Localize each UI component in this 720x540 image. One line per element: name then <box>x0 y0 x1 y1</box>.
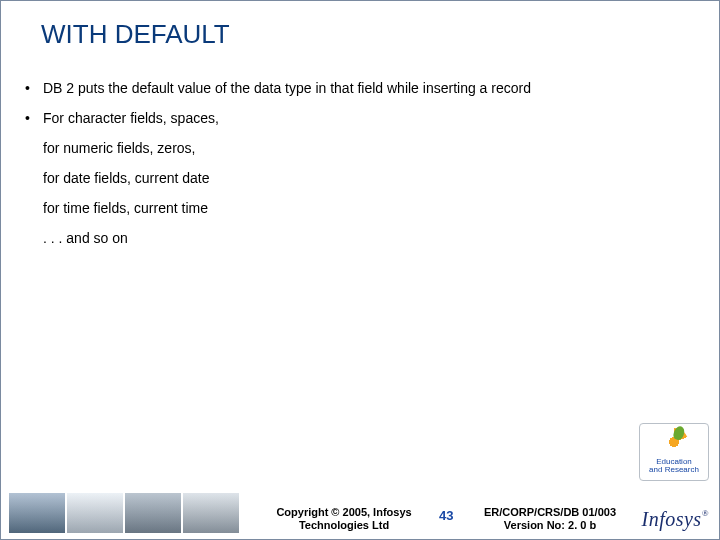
bullet-item: • For character fields, spaces, <box>25 110 695 126</box>
docref-line: ER/CORP/CRS/DB 01/003 <box>475 506 625 520</box>
copyright-line: Copyright © 2005, Infosys <box>259 506 429 520</box>
body-line: for numeric fields, zeros, <box>43 140 695 156</box>
bullet-marker: • <box>25 80 43 96</box>
slide-title: WITH DEFAULT <box>1 1 719 50</box>
decorative-photo <box>183 493 239 533</box>
body-line: for date fields, current date <box>43 170 695 186</box>
decorative-photo <box>125 493 181 533</box>
infosys-logo: Infosys® <box>641 508 709 531</box>
bullet-text: DB 2 puts the default value of the data … <box>43 80 695 96</box>
docref-line: Version No: 2. 0 b <box>475 519 625 533</box>
copyright-text: Copyright © 2005, Infosys Technologies L… <box>259 506 429 534</box>
slide-body: • DB 2 puts the default value of the dat… <box>1 50 719 246</box>
decorative-photo-band <box>9 493 239 533</box>
body-line: . . . and so on <box>43 230 695 246</box>
copyright-line: Technologies Ltd <box>259 519 429 533</box>
footer-strip: Copyright © 2005, Infosys Technologies L… <box>1 483 719 539</box>
badge-text-line2: and Research <box>640 466 708 474</box>
bullet-marker: • <box>25 110 43 126</box>
logo-text: Infosys <box>641 508 701 530</box>
decorative-photo <box>67 493 123 533</box>
badge-leaf-icon <box>672 425 686 442</box>
document-reference: ER/CORP/CRS/DB 01/003 Version No: 2. 0 b <box>475 506 625 534</box>
registered-mark-icon: ® <box>702 508 709 518</box>
body-line: for time fields, current time <box>43 200 695 216</box>
decorative-photo <box>9 493 65 533</box>
badge-spiral-icon <box>660 428 688 456</box>
bullet-text: For character fields, spaces, <box>43 110 695 126</box>
education-research-badge: Education and Research <box>639 423 709 481</box>
page-number: 43 <box>439 508 453 523</box>
bullet-item: • DB 2 puts the default value of the dat… <box>25 80 695 96</box>
